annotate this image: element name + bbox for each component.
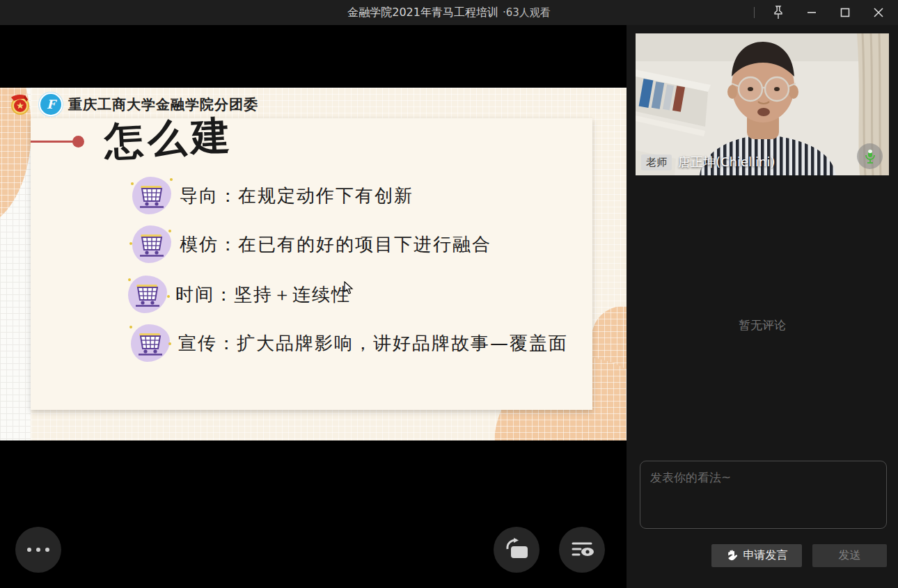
- role-badge: 老师: [641, 154, 672, 170]
- close-icon: [873, 7, 884, 18]
- teacher-video[interactable]: 老师 唐正坤(Chiellini): [636, 33, 889, 175]
- rotate-screen-icon: [503, 537, 530, 562]
- bullet-row: 宣传：扩大品牌影响，讲好品牌故事—覆盖面: [128, 323, 568, 363]
- shopping-cart-icon: [129, 175, 174, 216]
- slide: F 重庆工商大学金融学院分团委 怎么建: [0, 88, 627, 440]
- viewer-count: ·63人观看: [503, 6, 551, 19]
- slide-header: F 重庆工商大学金融学院分团委: [7, 92, 258, 117]
- empty-comments-text: 暂无评论: [627, 317, 898, 333]
- window-controls: [754, 0, 895, 25]
- maximize-icon: [840, 7, 851, 18]
- request-speak-button[interactable]: 申请发言: [711, 544, 802, 567]
- title-decor-dot: [72, 136, 84, 148]
- interaction-sidebar: 老师 唐正坤(Chiellini) 暂无评论 申请发言: [627, 25, 898, 588]
- more-options-button[interactable]: [15, 527, 61, 573]
- maximize-button[interactable]: [828, 0, 862, 25]
- title-decor-line: [31, 141, 74, 143]
- video-name-bar: 老师 唐正坤(Chiellini): [641, 154, 775, 170]
- slide-title: 怎么建: [103, 109, 235, 169]
- course-title: 金融学院2021年青马工程培训: [347, 6, 498, 19]
- more-options-icon: [27, 548, 49, 552]
- request-speak-label: 申请发言: [743, 548, 788, 563]
- bullet-text: 宣传：扩大品牌影响，讲好品牌故事—覆盖面: [178, 331, 568, 356]
- send-button[interactable]: 发送: [812, 544, 887, 567]
- bullet-text: 模仿：在已有的好的项目下进行融合: [180, 232, 491, 257]
- pin-button[interactable]: [762, 0, 795, 25]
- titlebar: 金融学院2021年青马工程培训·63人观看: [0, 0, 898, 25]
- live-class-window: 金融学院2021年青马工程培训·63人观看: [0, 0, 898, 588]
- bullet-row: 模仿：在已有的好的项目下进行融合: [129, 224, 491, 264]
- microphone-icon: [864, 149, 876, 164]
- rotate-screen-button[interactable]: [494, 527, 539, 573]
- bullet-row: 导向：在规定动作下有创新: [129, 175, 413, 216]
- controls-divider: [754, 7, 755, 18]
- comment-toggle-button[interactable]: [559, 527, 605, 573]
- microphone-status[interactable]: [857, 143, 883, 169]
- minimize-button[interactable]: [795, 0, 828, 25]
- bullet-text: 时间：坚持＋连续性: [175, 283, 351, 307]
- comment-input[interactable]: [640, 461, 887, 529]
- shopping-cart-icon: [128, 323, 173, 363]
- minimize-icon: [806, 7, 817, 18]
- composer-buttons: 申请发言 发送: [627, 544, 898, 567]
- college-logo-icon: F: [39, 93, 63, 116]
- shopping-cart-icon: [129, 224, 174, 264]
- shopping-cart-icon: [125, 274, 170, 315]
- bullet-text: 导向：在规定动作下有创新: [180, 184, 413, 208]
- youth-league-badge-icon: [7, 93, 33, 116]
- raise-hand-icon: [726, 550, 738, 562]
- presentation-stage: F 重庆工商大学金融学院分团委 怎么建: [0, 25, 627, 588]
- bullet-row: 时间：坚持＋连续性: [125, 274, 351, 315]
- mouse-cursor: [344, 281, 354, 295]
- teacher-name: 唐正坤(Chiellini): [678, 154, 775, 170]
- close-button[interactable]: [862, 0, 895, 25]
- org-name: 重庆工商大学金融学院分团委: [68, 95, 258, 114]
- send-label: 发送: [839, 548, 861, 563]
- pin-icon: [771, 5, 785, 20]
- comment-visibility-icon: [569, 538, 595, 562]
